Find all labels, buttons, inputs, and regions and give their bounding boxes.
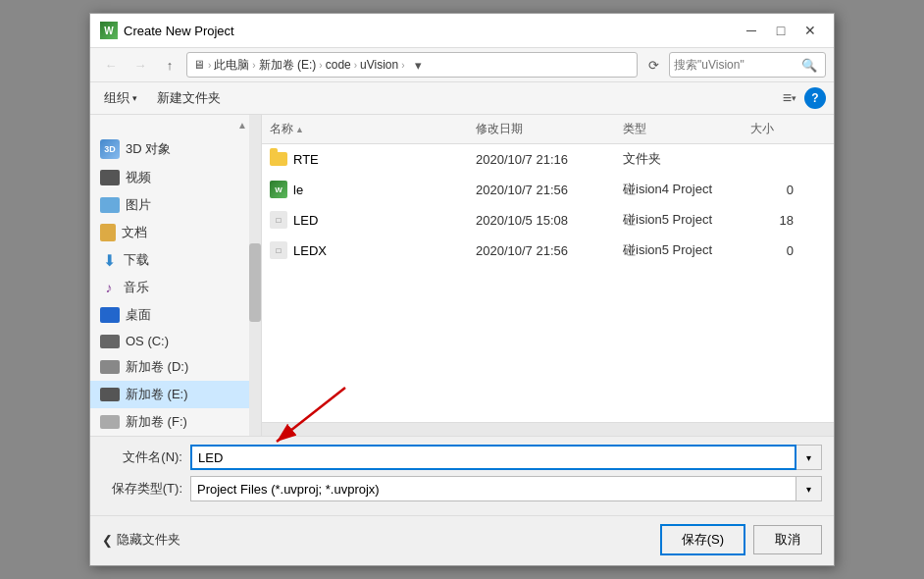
file-type-led: 碰ision5 Project [615, 209, 743, 231]
file-icon-ledx: □ [270, 241, 287, 259]
drive-e-icon [100, 388, 120, 401]
col-header-date[interactable]: 修改日期 [468, 119, 615, 139]
search-icon[interactable]: 🔍 [801, 58, 817, 73]
uvision-icon-le: W [270, 181, 287, 198]
file-name-le: W le [262, 179, 468, 200]
doc-icon [100, 224, 116, 241]
chevron-left-icon: ❮ [102, 533, 113, 548]
sidebar-sort-header: ▲ [90, 115, 261, 134]
view-controls: ≡ ▾ ? [777, 86, 826, 110]
refresh-button[interactable]: ⟳ [642, 53, 665, 77]
breadcrumb-drive[interactable]: 新加卷 (E:) [259, 57, 317, 74]
file-date-ledx: 2020/10/7 21:56 [468, 241, 615, 260]
file-type-rte: 文件夹 [615, 148, 743, 170]
breadcrumb-uvision[interactable]: uVision [360, 58, 398, 72]
download-icon: ⬇ [100, 251, 118, 269]
sidebar-item-drive-f[interactable]: 新加卷 (F:) [90, 408, 261, 436]
table-row[interactable]: W le 2020/10/7 21:56 碰ision4 Project 0 [262, 175, 834, 205]
sidebar-scrollbar[interactable] [249, 115, 261, 436]
breadcrumb-root: 🖥 [193, 58, 205, 72]
bottom-form: 文件名(N): ▾ 保存类型(T): Project Files (*.uvpr… [90, 436, 834, 515]
sidebar-item-drive-d[interactable]: 新加卷 (D:) [90, 353, 261, 381]
file-name-ledx: □ LEDX [262, 239, 468, 261]
app-icon: W [100, 22, 118, 39]
filename-dropdown[interactable]: ▾ [796, 445, 822, 470]
horizontal-scrollbar[interactable] [262, 422, 834, 436]
cancel-button[interactable]: 取消 [753, 525, 822, 554]
file-date-rte: 2020/10/7 21:16 [468, 150, 615, 169]
help-button[interactable]: ? [804, 87, 826, 109]
file-name-led: □ LED [262, 209, 468, 231]
filename-input-wrap: ▾ [190, 445, 822, 470]
sidebar-item-music[interactable]: ♪ 音乐 [90, 274, 261, 301]
file-size-le: 0 [743, 181, 801, 199]
filetype-select[interactable]: Project Files (*.uvproj; *.uvprojx) [190, 476, 796, 501]
breadcrumb-code[interactable]: code [326, 58, 351, 72]
file-date-le: 2020/10/7 21:56 [468, 181, 615, 199]
video-icon [100, 170, 120, 185]
file-name-rte: RTE [262, 150, 468, 169]
organize-button[interactable]: 组织 ▾ [98, 86, 143, 110]
sidebar-item-drive-e[interactable]: 新加卷 (E:) [90, 381, 261, 408]
col-header-name[interactable]: 名称 ▲ [262, 119, 468, 139]
window-controls: ─ □ ✕ [738, 20, 824, 41]
new-folder-button[interactable]: 新建文件夹 [151, 86, 227, 110]
view-dropdown-icon: ▾ [792, 93, 796, 103]
file-type-le: 碰ision4 Project [615, 179, 743, 200]
actions-bar: 组织 ▾ 新建文件夹 ≡ ▾ ? [90, 82, 834, 115]
file-size-ledx: 0 [743, 241, 801, 260]
sidebar-item-os[interactable]: OS (C:) [90, 329, 261, 353]
file-size-led: 18 [743, 211, 801, 230]
file-icon-led: □ [270, 211, 287, 229]
file-date-led: 2020/10/5 15:08 [468, 211, 615, 230]
file-list-header: 名称 ▲ 修改日期 类型 大小 [262, 115, 834, 144]
hide-folders-button[interactable]: ❮ 隐藏文件夹 [102, 531, 180, 549]
photo-icon [100, 197, 120, 213]
sidebar-item-desktop[interactable]: 桌面 [90, 301, 261, 329]
filetype-label: 保存类型(T): [102, 480, 190, 498]
col-header-size[interactable]: 大小 [743, 119, 801, 139]
sidebar: ▲ 3D 3D 对象 视频 图片 文档 ⬇ 下载 ♪ [90, 115, 262, 436]
table-row[interactable]: □ LEDX 2020/10/7 21:56 碰ision5 Project 0 [262, 236, 834, 266]
sidebar-item-doc[interactable]: 文档 [90, 219, 261, 246]
up-button[interactable]: ↑ [157, 53, 182, 77]
table-row[interactable]: RTE 2020/10/7 21:16 文件夹 [262, 144, 834, 175]
breadcrumb-dropdown-button[interactable]: ▾ [408, 54, 430, 76]
file-rows: RTE 2020/10/7 21:16 文件夹 W le 2020/10/7 2… [262, 144, 834, 422]
col-header-type[interactable]: 类型 [615, 119, 743, 139]
filename-row: 文件名(N): ▾ [102, 445, 822, 470]
close-button[interactable]: ✕ [796, 20, 824, 41]
view-toggle-button[interactable]: ≡ ▾ [777, 86, 802, 110]
filename-input[interactable] [190, 445, 796, 470]
3d-icon: 3D [100, 139, 120, 159]
organize-dropdown-icon: ▾ [132, 93, 137, 103]
forward-button[interactable]: → [128, 53, 153, 77]
sidebar-item-photo[interactable]: 图片 [90, 191, 261, 219]
filetype-dropdown[interactable]: ▾ [796, 476, 822, 501]
sidebar-item-3d[interactable]: 3D 3D 对象 [90, 134, 261, 164]
minimize-button[interactable]: ─ [738, 20, 765, 41]
breadcrumb-computer[interactable]: 此电脑 [214, 57, 249, 74]
sidebar-item-download[interactable]: ⬇ 下载 [90, 246, 261, 274]
sort-arrow-up: ▲ [295, 125, 304, 134]
folder-icon-rte [270, 152, 287, 166]
save-button[interactable]: 保存(S) [660, 524, 745, 555]
drive-f-icon [100, 415, 120, 429]
dialog-title: Create New Project [124, 24, 738, 38]
music-icon: ♪ [100, 279, 118, 296]
sidebar-item-video[interactable]: 视频 [90, 164, 261, 191]
search-input[interactable] [674, 58, 801, 72]
table-row[interactable]: □ LED 2020/10/5 15:08 碰ision5 Project 18 [262, 205, 834, 236]
breadcrumb-bar: 🖥 › 此电脑 › 新加卷 (E:) › code › uVision › ▾ [186, 52, 638, 78]
create-project-dialog: W Create New Project ─ □ ✕ ← → ↑ 🖥 › 此电脑… [89, 13, 835, 566]
filetype-select-wrap: Project Files (*.uvproj; *.uvprojx) ▾ [190, 476, 822, 501]
back-button[interactable]: ← [98, 53, 124, 77]
sidebar-scrollbar-thumb[interactable] [249, 243, 261, 322]
maximize-button[interactable]: □ [767, 20, 795, 41]
breadcrumb-computer-icon: 🖥 [193, 58, 205, 72]
search-box: 🔍 [669, 52, 826, 78]
os-drive-icon [100, 335, 120, 348]
filetype-row: 保存类型(T): Project Files (*.uvproj; *.uvpr… [102, 476, 822, 501]
desktop-icon [100, 307, 120, 323]
nav-toolbar: ← → ↑ 🖥 › 此电脑 › 新加卷 (E:) › code › uVisio… [90, 48, 834, 82]
